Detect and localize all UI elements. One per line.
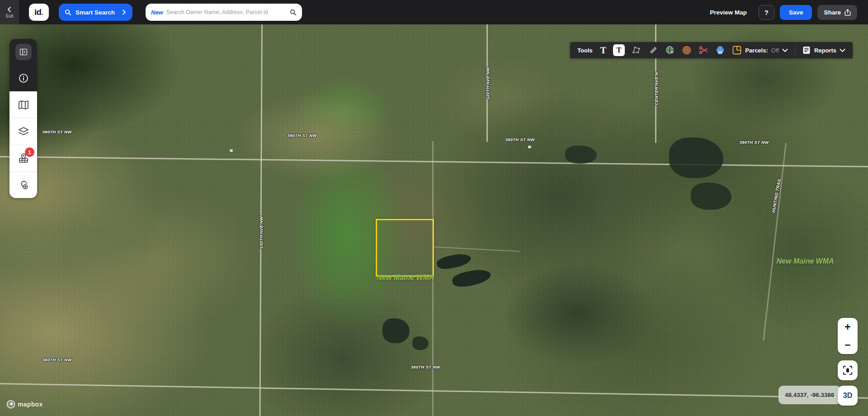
- radius-rings-icon: [682, 45, 692, 55]
- print-tool-button[interactable]: [715, 45, 725, 55]
- screenshot-button[interactable]: [838, 360, 858, 380]
- tools-label: Tools: [577, 47, 593, 54]
- screenshot-frame-icon: [843, 365, 853, 375]
- basemap-icon: [18, 99, 29, 110]
- reports-icon: [802, 46, 811, 55]
- top-bar-right: Preview Map ? Save Share: [710, 0, 857, 24]
- save-button[interactable]: Save: [780, 5, 812, 20]
- chevron-right-icon: [121, 9, 127, 15]
- logo-dot: .: [41, 8, 43, 17]
- parcels-dropdown[interactable]: Parcels: Off: [732, 45, 788, 55]
- ruler-icon: [648, 45, 658, 55]
- map-canvas[interactable]: 390TH ST NW390TH ST NW390TH ST NW390TH S…: [0, 24, 868, 416]
- globe-icon: [665, 45, 675, 55]
- sidebar-item-parcel-map[interactable]: 1: [9, 145, 37, 171]
- app-logo[interactable]: id.: [29, 4, 49, 21]
- preview-map-link[interactable]: Preview Map: [710, 9, 747, 16]
- top-bar: Exit id. Smart Search New Preview Map ? …: [0, 0, 868, 24]
- new-badge: New: [151, 9, 163, 16]
- road-name-label: 380TH ST NW: [410, 364, 440, 369]
- road-name-label: CENTER AVE N: [654, 72, 659, 105]
- share-button[interactable]: Share: [817, 5, 857, 20]
- radius-rings-tool-button[interactable]: [682, 45, 692, 55]
- help-button[interactable]: ?: [759, 5, 774, 20]
- printer-icon: [715, 45, 725, 55]
- search-icon[interactable]: [290, 9, 297, 16]
- left-sidebar: 1: [9, 39, 37, 198]
- 3d-toggle-button[interactable]: 3D: [838, 386, 858, 406]
- globe-tool-button[interactable]: [665, 45, 675, 55]
- chevron-down-icon: [840, 48, 845, 52]
- layers-icon: [18, 126, 29, 137]
- share-label: Share: [824, 9, 841, 16]
- text-box-tool-button[interactable]: T: [613, 44, 625, 56]
- road-name-label: 380TH ST NW: [42, 357, 71, 362]
- sidebar-item-collapse-panel[interactable]: [9, 39, 37, 65]
- reports-dropdown[interactable]: Reports: [802, 46, 845, 55]
- mapbox-logo-icon: [6, 400, 15, 409]
- road-name-label: HUNTING TRAIL: [771, 178, 782, 213]
- reports-label: Reports: [814, 47, 836, 54]
- road-name-label: 130TH AVE NW: [259, 216, 264, 249]
- help-label: ?: [764, 9, 769, 16]
- scissors-tool-button[interactable]: [698, 46, 708, 55]
- polygon-draw-tool-button[interactable]: [632, 46, 642, 55]
- search-input[interactable]: [166, 9, 287, 15]
- chevron-left-icon: [6, 6, 13, 13]
- sidebar-item-info[interactable]: [9, 65, 37, 91]
- panel-chip: [15, 44, 32, 60]
- sidebar-item-basemap[interactable]: [9, 91, 37, 118]
- road-name-label: 390TH ST NW: [505, 137, 534, 142]
- chevron-down-icon: [782, 48, 788, 52]
- mapbox-attribution[interactable]: mapbox: [6, 400, 42, 409]
- road-name-label: 390TH ST NW: [42, 129, 71, 134]
- text-tool-glyph: T: [600, 46, 606, 55]
- sidebar-item-layers[interactable]: [9, 118, 37, 145]
- parcels-label: Parcels:: [745, 47, 768, 54]
- search-field[interactable]: New: [146, 4, 302, 21]
- info-icon: [18, 73, 29, 84]
- smart-search-button[interactable]: Smart Search: [59, 4, 132, 21]
- search-icon: [65, 9, 71, 16]
- collapse-panel-icon: [19, 47, 28, 57]
- exit-label: Exit: [6, 14, 14, 19]
- share-icon: [844, 9, 851, 16]
- parcels-layer-icon: [732, 45, 742, 55]
- parcels-state: Off: [771, 47, 779, 54]
- scissors-icon: [698, 46, 708, 55]
- road-name-label: 120TH AVE NW: [485, 67, 490, 99]
- map-labels: 390TH ST NW390TH ST NW390TH ST NW390TH S…: [0, 24, 868, 416]
- exit-button[interactable]: Exit: [0, 0, 19, 24]
- logo-text: id: [34, 8, 41, 17]
- text-tool-button[interactable]: T: [600, 46, 606, 55]
- ruler-tool-button[interactable]: [648, 45, 658, 55]
- smart-search-label: Smart Search: [75, 9, 117, 16]
- road-name-label: 390TH ST NW: [739, 140, 769, 145]
- text-box-tool-glyph: T: [617, 46, 622, 54]
- wma-area-label: New Maine WMA: [377, 274, 434, 282]
- notification-badge: 1: [25, 147, 34, 157]
- tools-toolbar: Tools T T Parcels: Off Reports: [570, 42, 853, 58]
- wma-area-label: New Maine WMA: [776, 257, 834, 265]
- mapbox-wordmark: mapbox: [18, 401, 42, 408]
- toolbar-divider: [795, 46, 795, 55]
- polygon-draw-icon: [632, 46, 642, 55]
- sidebar-item-add-location[interactable]: [9, 171, 37, 198]
- zoom-out-button[interactable]: −: [838, 336, 858, 354]
- zoom-in-button[interactable]: +: [838, 318, 858, 336]
- zoom-control: + −: [838, 318, 858, 354]
- sidebar-dark-section: [9, 39, 37, 91]
- add-location-icon: [18, 179, 29, 191]
- coordinates-display: 48.4337, -96.3386: [778, 386, 841, 404]
- road-name-label: 390TH ST NW: [287, 133, 316, 138]
- save-label: Save: [789, 9, 803, 16]
- sidebar-light-section: 1: [9, 91, 37, 198]
